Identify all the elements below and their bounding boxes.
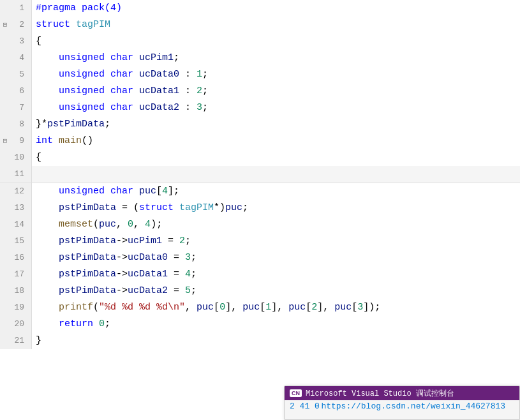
fold-area[interactable]: ⊟ <box>0 133 10 149</box>
code-line-content: { <box>32 149 41 166</box>
table-row: ⊟9int main() <box>0 133 520 149</box>
code-token: ; <box>242 202 248 213</box>
tooltip-title: Microsoft Visual Studio 调试控制台 <box>306 388 454 399</box>
code-token: -> <box>116 236 128 246</box>
code-token: ucData2 <box>128 285 168 296</box>
code-token: unsigned <box>59 52 110 63</box>
code-token: 2 <box>197 86 202 96</box>
code-token: struct <box>36 19 76 30</box>
tooltip-content: 2 41 0 https://blog.csdn.net/weixin_4462… <box>285 400 519 412</box>
code-token: ucPim1 <box>128 236 162 246</box>
code-token: ( <box>93 219 99 230</box>
code-token: 3 <box>185 252 191 263</box>
code-token: ; <box>191 269 197 280</box>
table-row: 8}*pstPimData; <box>0 116 520 133</box>
code-token: pstPimData <box>47 119 105 130</box>
code-token: -> <box>116 252 128 263</box>
line-number-label: 12 <box>10 183 28 200</box>
code-token: = <box>168 252 185 263</box>
code-token: ; <box>156 219 162 230</box>
code-token: ucPim1 <box>139 52 174 63</box>
line-number-label: 2 <box>10 17 28 33</box>
code-token: , <box>116 219 128 230</box>
code-token: ; <box>191 252 197 263</box>
code-token: ; <box>202 86 208 96</box>
table-row: 14 memset(puc, 0, 4); <box>0 216 520 233</box>
code-token: memset <box>59 219 93 230</box>
line-number-label: 13 <box>10 200 28 216</box>
code-token: = <box>168 285 185 296</box>
code-line-content: return 0; <box>32 316 110 333</box>
code-line-content: printf("%d %d %d %d\n", puc[0], puc[1], … <box>32 299 380 316</box>
table-row: 18 pstPimData->ucData2 = 5; <box>0 283 520 299</box>
code-token: int <box>36 135 59 146</box>
code-token: char <box>110 102 139 113</box>
table-row: 10{ <box>0 149 520 166</box>
code-token: pstPimData <box>59 269 116 280</box>
line-number-label: 6 <box>10 83 28 100</box>
code-token: , <box>133 219 145 230</box>
line-number-label: 3 <box>10 33 28 50</box>
code-token: ucData2 <box>139 102 179 113</box>
code-lines: 1#pragma pack(4)⊟2struct tagPIM3{4 unsig… <box>0 0 520 349</box>
code-token: pstPimData <box>59 202 116 213</box>
line-number-label: 18 <box>10 283 28 299</box>
tooltip-icon: CN <box>290 389 302 397</box>
line-number-label: 16 <box>10 250 28 266</box>
code-token: , <box>185 302 197 313</box>
code-token: 2 <box>311 302 317 313</box>
code-token: = <box>162 236 179 246</box>
code-line-content: #pragma pack(4) <box>32 0 122 17</box>
code-line-content: pstPimData = (struct tagPIM*)puc; <box>32 200 248 216</box>
code-token: -> <box>116 285 128 296</box>
table-row: 1#pragma pack(4) <box>0 0 520 17</box>
line-number-label: 20 <box>10 316 28 333</box>
code-token: ( <box>93 302 99 313</box>
line-number-label: 1 <box>10 0 28 17</box>
code-token: { <box>36 36 41 47</box>
code-token: = <box>168 269 185 280</box>
code-token: ]); <box>363 302 380 313</box>
line-number-label: 14 <box>10 216 28 233</box>
code-line-content: memset(puc, 0, 4); <box>32 216 162 233</box>
fold-area[interactable]: ⊟ <box>0 17 10 33</box>
line-number-label: 19 <box>10 299 28 316</box>
code-token: tagPIM <box>76 19 110 30</box>
code-token: unsigned <box>59 69 110 80</box>
line-number-label: 21 <box>10 333 28 349</box>
code-token: [ <box>214 302 219 313</box>
line-number-label: 8 <box>10 116 28 133</box>
code-token: puc <box>139 186 156 197</box>
table-row: 12 unsigned char puc[4]; <box>0 183 520 200</box>
line-number-label: 10 <box>10 149 28 166</box>
code-token: ]; <box>168 186 179 197</box>
code-token: pstPimData <box>59 236 116 246</box>
code-token: 3 <box>197 102 202 113</box>
table-row: 16 pstPimData->ucData0 = 3; <box>0 250 520 266</box>
code-token: pstPimData <box>59 252 116 263</box>
code-token: 5 <box>185 285 191 296</box>
code-line-content: int main() <box>32 133 93 149</box>
table-row: 17 pstPimData->ucData1 = 4; <box>0 266 520 283</box>
code-token: ], <box>271 302 288 313</box>
code-token: struct <box>139 202 179 213</box>
code-line-content: pstPimData->ucData2 = 5; <box>32 283 197 299</box>
code-token: 0 <box>99 319 105 329</box>
vs-tooltip: CN Microsoft Visual Studio 调试控制台 2 41 0 … <box>284 386 520 420</box>
code-token: unsigned <box>59 86 110 96</box>
code-token: printf <box>59 302 93 313</box>
code-line-content: { <box>32 33 41 50</box>
code-token: [ <box>352 302 357 313</box>
code-line-content: }*pstPimData; <box>32 116 110 133</box>
code-token: ucData1 <box>139 86 179 96</box>
code-token: } <box>36 335 41 346</box>
line-number-label: 4 <box>10 50 28 66</box>
code-token: puc <box>334 302 352 313</box>
code-token: puc <box>225 202 242 213</box>
code-token: char <box>110 52 139 63</box>
code-token: tagPIM <box>179 202 214 213</box>
table-row: 5 unsigned char ucData0 : 1; <box>0 66 520 83</box>
code-token: 4 <box>145 219 151 230</box>
code-token: ; <box>191 285 197 296</box>
code-token: return <box>59 319 99 329</box>
